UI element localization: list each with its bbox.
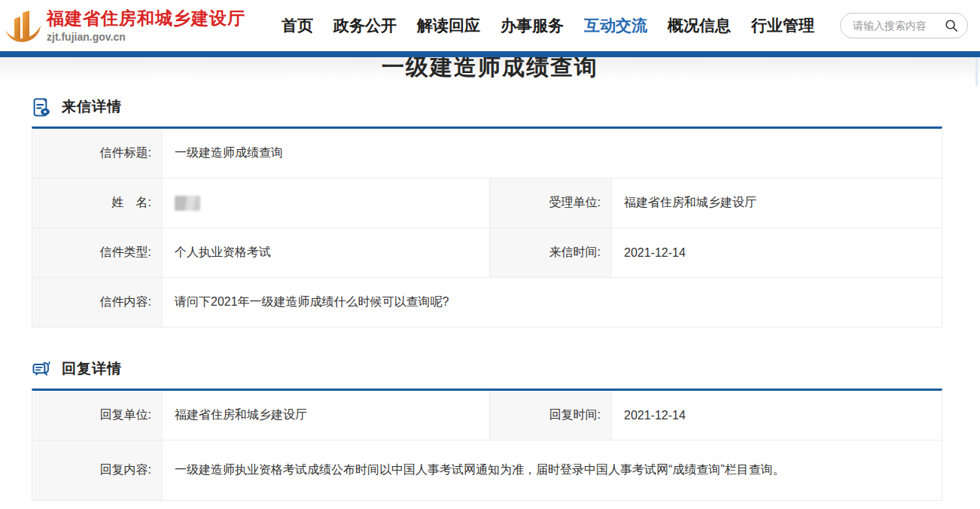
table-row: 信件类型: 个人执业资格考试 来信时间: 2021-12-14: [32, 228, 942, 278]
site-header: 福建省住房和城乡建设厅 zjt.fujian.gov.cn 首页 政务公开 解读…: [0, 0, 980, 51]
reply-content-label: 回复内容:: [32, 440, 163, 500]
nav-gov-disclosure[interactable]: 政务公开: [333, 15, 397, 36]
letter-time-value: 2021-12-14: [612, 228, 942, 277]
chat-bubbles-icon: [32, 359, 52, 379]
page-title: 一级建造师成绩查询: [382, 57, 598, 81]
reply-detail-table: 回复单位: 福建省住房和城乡建设厅 回复时间: 2021-12-14 回复内容:…: [32, 389, 942, 501]
letter-content-value: 请问下2021年一级建造师成绩什么时候可以查询呢?: [163, 278, 942, 327]
reply-unit-label: 回复单位:: [32, 391, 163, 440]
reply-section-header: 回复详情: [32, 358, 942, 380]
table-row: 信件内容: 请问下2021年一级建造师成绩什么时候可以查询呢?: [32, 278, 942, 328]
nav-home[interactable]: 首页: [282, 15, 313, 36]
site-domain: zjt.fujian.gov.cn: [47, 31, 245, 43]
search-box[interactable]: [840, 13, 968, 38]
reply-time-label: 回复时间:: [489, 391, 612, 440]
nav-interpretation[interactable]: 解读回应: [417, 15, 480, 36]
letter-type-label: 信件类型:: [32, 228, 163, 277]
accepting-unit-label: 受理单位:: [489, 178, 612, 227]
search-input[interactable]: [853, 20, 945, 32]
table-row: 姓 名: 受理单位: 福建省住房和城乡建设厅: [32, 178, 942, 228]
building-towers-crescent-icon: [5, 6, 42, 45]
nav-industry[interactable]: 行业管理: [751, 15, 814, 36]
reply-time-value: 2021-12-14: [612, 391, 942, 440]
table-row: 回复内容: 一级建造师执业资格考试成绩公布时间以中国人事考试网通知为准，届时登录…: [32, 440, 942, 501]
scroll-edge-line: [975, 57, 978, 86]
table-row: 回复单位: 福建省住房和城乡建设厅 回复时间: 2021-12-14: [32, 391, 942, 440]
letter-type-value: 个人执业资格考试: [163, 228, 489, 277]
reply-content-value: 一级建造师执业资格考试成绩公布时间以中国人事考试网通知为准，届时登录中国人事考试…: [163, 440, 942, 500]
nav-services[interactable]: 办事服务: [501, 15, 564, 36]
nav-overview[interactable]: 概况信息: [668, 15, 731, 36]
accepting-unit-value: 福建省住房和城乡建设厅: [612, 178, 942, 227]
main-content: 来信详情 信件标题: 一级建造师成绩查询 姓 名: 受理单位: 福建省住房和城乡…: [0, 96, 980, 501]
letter-title-value: 一级建造师成绩查询: [163, 129, 942, 178]
nav-interaction[interactable]: 互动交流: [584, 15, 647, 36]
letter-section-title: 来信详情: [62, 97, 122, 117]
redacted-name-block: [175, 196, 200, 211]
reply-section-title: 回复详情: [62, 359, 122, 379]
letter-content-label: 信件内容:: [32, 278, 163, 327]
table-row: 信件标题: 一级建造师成绩查询: [32, 129, 942, 178]
letter-name-label: 姓 名:: [32, 178, 163, 227]
letter-name-value: [163, 178, 489, 227]
site-name: 福建省住房和城乡建设厅: [47, 8, 245, 29]
main-nav: 首页 政务公开 解读回应 办事服务 互动交流 概况信息 行业管理: [282, 15, 814, 36]
letter-section-header: 来信详情: [32, 96, 942, 118]
document-detail-icon: [32, 97, 52, 117]
header-divider-bar: [0, 51, 980, 57]
reply-unit-value: 福建省住房和城乡建设厅: [163, 391, 489, 440]
letter-title-label: 信件标题:: [32, 129, 163, 178]
letter-time-label: 来信时间:: [489, 228, 612, 277]
magnifier-icon[interactable]: [945, 19, 958, 32]
letter-detail-table: 信件标题: 一级建造师成绩查询 姓 名: 受理单位: 福建省住房和城乡建设厅 信…: [32, 126, 942, 328]
page-title-zone: 一级建造师成绩查询: [0, 57, 980, 86]
site-logo[interactable]: 福建省住房和城乡建设厅 zjt.fujian.gov.cn: [5, 6, 245, 45]
